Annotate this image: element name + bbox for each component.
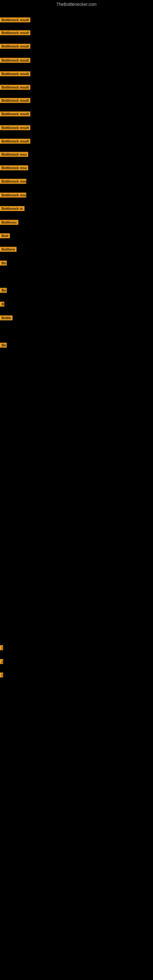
bottleneck-badge: Bott	[0, 233, 10, 238]
bottleneck-badge: Bottleneck resu	[0, 192, 26, 197]
bottleneck-badge: Bottleneck result	[0, 44, 30, 49]
bottleneck-badge: Bottleneck resu	[0, 179, 26, 184]
bottleneck-badge: B	[0, 302, 4, 307]
bottleneck-badge: Bottlene	[0, 247, 16, 252]
bottleneck-badge: Bottleneck result	[0, 125, 30, 130]
bottleneck-badge: Bottleneck result	[0, 18, 30, 22]
bottleneck-badge: |	[0, 673, 3, 678]
bottleneck-badge: Bo	[0, 343, 7, 348]
bottleneck-badge: Bottlenec	[0, 220, 18, 225]
bottleneck-badge: Bottleneck resu	[0, 165, 28, 170]
bottleneck-badge: Bottleneck result	[0, 139, 30, 144]
bottleneck-badge: |	[0, 659, 3, 664]
bottleneck-badge: Bo	[0, 261, 7, 266]
bottleneck-badge: Bottleneck result	[0, 58, 30, 63]
bottleneck-badge: |	[0, 645, 3, 650]
bottleneck-badge: Bottleneck result	[0, 30, 30, 35]
bottleneck-badge: Bottleneck result	[0, 111, 30, 116]
bottleneck-badge: Bottleneck result	[0, 98, 30, 103]
bottleneck-badge: Bottle	[0, 315, 13, 320]
bottleneck-badge: Bottleneck re	[0, 206, 24, 211]
bottleneck-badge: Bottleneck result	[0, 72, 30, 76]
site-title: TheBottlenecker.com	[0, 0, 153, 9]
bottleneck-badge: Bottleneck result	[0, 85, 30, 90]
bottleneck-badge: Bottleneck resu	[0, 152, 28, 157]
bottleneck-badge: Bo	[0, 288, 7, 293]
